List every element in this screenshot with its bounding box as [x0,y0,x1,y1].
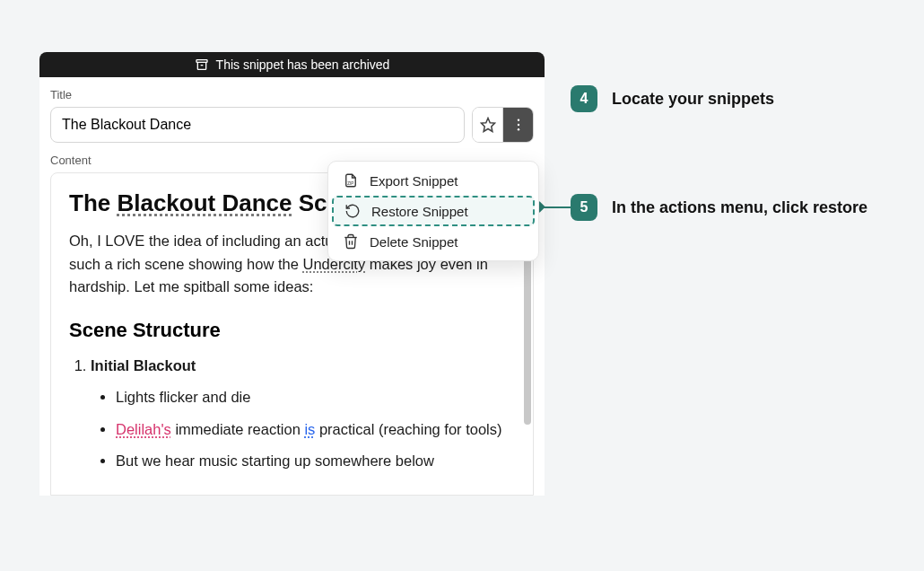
svg-point-3 [517,119,519,121]
star-icon [480,117,496,133]
file-zip-icon: ZIP [343,172,359,189]
menu-item-label: Export Snippet [370,173,458,189]
favorite-button[interactable] [473,108,502,142]
archive-banner: This snippet has been archived [39,52,545,77]
svg-text:ZIP: ZIP [347,181,353,186]
trash-icon [343,233,359,250]
more-vertical-icon [510,117,527,133]
content-subheading: Scene Structure [69,319,515,342]
snippet-panel: This snippet has been archived Title Con… [39,52,545,496]
list-item: But we hear music starting up somewhere … [116,450,515,473]
actions-menu: ZIP Export Snippet Restore Snippet Delet… [327,161,539,261]
annotation-connector [540,206,572,208]
menu-item-export[interactable]: ZIP Export Snippet [332,165,535,196]
annotation-step-4: 4 Locate your snippets [571,85,774,112]
annotation-badge: 5 [571,194,597,221]
archive-banner-text: This snippet has been archived [216,57,390,72]
menu-item-label: Delete Snippet [370,234,458,250]
title-label: Title [50,88,534,101]
annotation-badge: 4 [571,85,597,112]
title-actions [472,107,534,143]
menu-item-label: Restore Snippet [371,204,468,219]
content-list: Initial Blackout Lights flicker and die … [69,355,515,473]
list-item: Delilah's immediate reaction is practica… [116,418,515,442]
restore-icon [344,203,361,219]
more-actions-button[interactable] [503,108,533,142]
archive-icon [195,57,209,72]
title-row [50,107,534,143]
title-input[interactable] [50,107,465,143]
svg-marker-2 [481,119,494,132]
svg-point-4 [517,124,519,126]
menu-item-delete[interactable]: Delete Snippet [332,226,535,257]
list-item: Initial Blackout Lights flicker and die … [91,355,515,473]
menu-item-restore[interactable]: Restore Snippet [332,196,535,226]
svg-point-5 [517,128,519,130]
form-area: Title Content The Blackout Dance Scene O… [39,77,545,496]
list-item: Lights flicker and die [116,386,515,409]
svg-rect-0 [196,60,207,63]
annotation-step-5: 5 In the actions menu, click restore [571,194,867,221]
annotation-text: Locate your snippets [612,90,774,109]
annotation-text: In the actions menu, click restore [612,198,867,217]
